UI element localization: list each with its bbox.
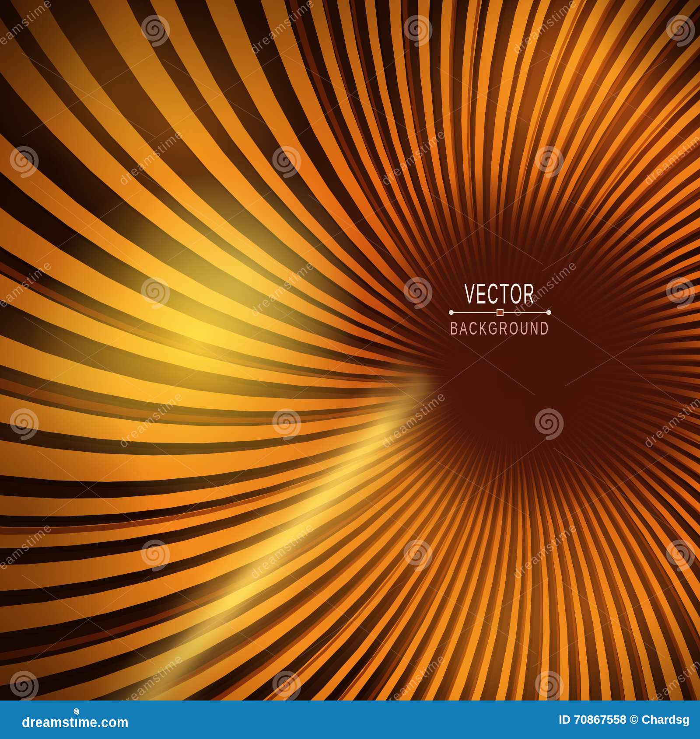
abstract-burst-artwork: VECTOR BACKGROUND dreamstimedreamstimedr… — [0, 0, 700, 701]
dreamstime-logo: dreamstıme.com — [22, 710, 129, 729]
divider-square-icon — [497, 309, 504, 316]
label-subtitle: BACKGROUND — [450, 318, 550, 338]
logo-text-pre: dreamst — [22, 715, 74, 729]
label-title: VECTOR — [465, 280, 536, 308]
logo-text-post: me.com — [78, 715, 129, 729]
logo-letter-i: ı — [74, 715, 78, 729]
label-divider — [451, 312, 550, 313]
center-label: VECTOR BACKGROUND — [420, 280, 581, 338]
image-credit: ID 70867558 © Chardsg — [559, 714, 690, 726]
logo-spiral-icon — [72, 707, 80, 716]
watermark-footer-bar: dreamstıme.com ID 70867558 © Chardsg — [0, 701, 700, 739]
burst-canvas — [0, 0, 700, 701]
watermarked-stock-image: VECTOR BACKGROUND dreamstimedreamstimedr… — [0, 0, 700, 739]
